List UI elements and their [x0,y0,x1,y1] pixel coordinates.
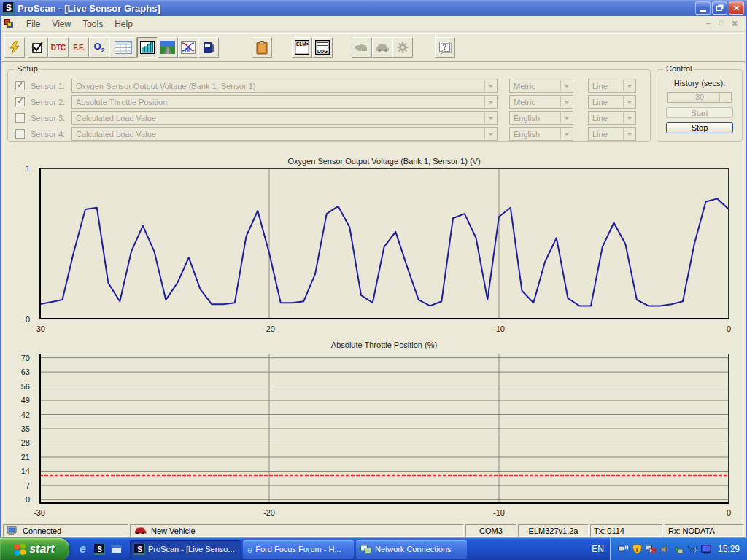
o2-test-button[interactable]: O2 [89,37,109,58]
network-signal-icon[interactable] [618,544,629,555]
live-graphs-button[interactable] [137,37,158,58]
x-tick-label: 0 [727,508,731,517]
start-button: Start [666,107,733,119]
menu-help[interactable]: Help [109,17,139,31]
sensor3-style-select: Line [588,111,636,125]
sensor1-label: Sensor 1: [31,82,71,90]
freeze-frame-button[interactable]: F.F. [69,37,89,58]
menu-bar: File View Tools Help – □ ✕ [1,16,746,32]
hp-dyno-icon: HP [181,41,196,54]
restore-button[interactable] [712,1,727,15]
o2-chart-x-axis: -30-20-100 [39,323,729,333]
sensor2-label: Sensor 2: [31,98,71,106]
sensor3-label: Sensor 3: [31,114,71,122]
rx-panel: Rx: NODATA [665,524,744,537]
log-button[interactable]: LOG [312,37,333,58]
clock[interactable]: 15:29 [718,544,740,554]
svg-text:!: ! [636,546,638,553]
spinner-down-icon [720,99,730,105]
mdi-restore-icon: □ [716,19,727,28]
antivirus-icon[interactable] [687,544,698,555]
clipboard-button[interactable] [252,37,272,58]
minimize-button[interactable] [695,1,711,15]
proscan-window: S ProScan - [Live Sensor Graphs] ✕ File … [0,0,747,537]
system-tray: ! 15:29 [610,538,747,560]
dtc-icon: DTC [51,44,66,52]
removable-device-icon[interactable] [673,544,684,555]
restore-icon [716,6,722,11]
task-proscan[interactable]: S ProScan - [Live Senso... [130,540,241,559]
chevron-down-icon [560,80,572,91]
gear-icon [397,42,409,53]
settings-button-disabled [392,37,413,58]
throttle-position-chart [39,354,729,504]
y-tick-label: 63 [21,368,30,376]
o2-voltage-chart [39,168,729,319]
bar-chart-icon [140,41,155,54]
o2-icon: O2 [93,41,104,54]
y-tick-label: 56 [21,382,30,391]
display-settings-icon[interactable] [701,544,712,555]
y-tick-label: 0 [26,495,30,504]
network-connections-icon [360,545,372,554]
y-tick-label: 49 [21,396,30,405]
window-shortcut-icon[interactable] [110,543,123,556]
sensor1-select: Oxygen Sensor Output Voltage (Bank 1, Se… [71,79,498,93]
y-tick-label: 14 [21,467,30,475]
x-tick-label: -30 [34,324,45,333]
stop-button[interactable]: Stop [666,122,733,133]
test-results-button[interactable] [28,37,48,58]
toolbar: DTC F.F. O2 HP ELM> LOG [1,33,746,61]
grid-icon [115,41,132,54]
dyno-button[interactable]: HP [178,37,198,58]
chart-canvas [39,354,729,504]
engine-button-disabled [352,37,372,58]
sensor3-checkbox [15,113,25,122]
chevron-down-icon [623,96,635,107]
client-area: Setup Sensor 1: Oxygen Sensor Output Vol… [1,61,746,524]
connect-button[interactable] [4,37,25,58]
connection-status-panel: Connected [3,524,128,537]
control-group: Control History (secs): 30 Start Stop [657,69,743,142]
sensor2-checkbox [15,97,25,106]
data-table-button[interactable] [109,37,137,58]
language-indicator[interactable]: EN [586,544,610,554]
spinner-arrows [719,93,730,101]
sensor1-checkbox [15,81,25,90]
start-label: start [29,542,55,556]
y-tick-label: 28 [21,438,30,447]
task-network-connections[interactable]: Network Connections [356,540,467,559]
y-tick-label: 21 [21,453,30,462]
menu-tools[interactable]: Tools [77,17,109,31]
menu-file[interactable]: File [20,17,46,31]
x-tick-label: -20 [263,508,275,517]
taskbar: start e S S ProScan - [Live Senso... e F… [0,537,747,560]
x-tick-label: -10 [493,324,505,333]
chevron-down-icon [623,80,635,91]
start-button-taskbar[interactable]: start [0,538,69,560]
internet-explorer-icon[interactable]: e [77,543,89,556]
proscan-shortcut-icon[interactable]: S [93,543,106,556]
sensor3-units-select: English [509,111,573,125]
task-ford-focus-forum[interactable]: e Ford Focus Forum - H... [243,540,354,559]
proscan-app-icon: S [3,2,15,14]
elm-console-button[interactable]: ELM> [292,37,312,58]
help-button[interactable]: ? [435,37,455,58]
fuel-economy-button[interactable] [198,37,219,58]
road-test-button[interactable] [158,37,178,58]
sensor4-label: Sensor 4: [31,130,71,139]
mdi-child-icon[interactable] [4,19,15,29]
y-tick-label: 7 [26,481,30,490]
y-tick-label: 0 [26,315,30,324]
close-button[interactable]: ✕ [729,1,744,15]
vehicle-button-disabled [372,37,392,58]
setup-group: Setup Sensor 1: Oxygen Sensor Output Vol… [7,69,651,142]
security-shield-icon[interactable]: ! [632,544,643,555]
y-tick-label: 1 [26,164,30,173]
network-disconnected-icon[interactable] [646,544,657,555]
dtc-button[interactable]: DTC [48,37,69,58]
mdi-minimize-icon: – [703,19,713,28]
volume-icon[interactable] [659,544,670,555]
menu-view[interactable]: View [46,17,77,31]
fuel-pump-icon [203,41,214,54]
